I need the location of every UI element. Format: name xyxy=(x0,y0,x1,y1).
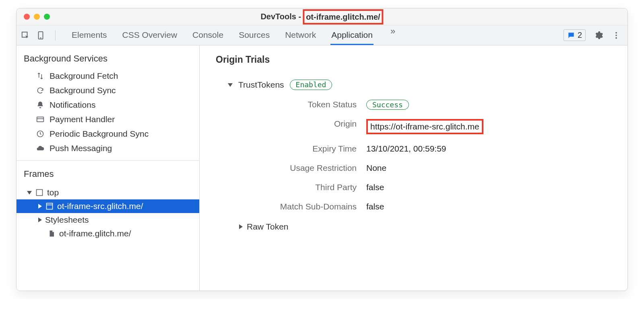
label-origin: Origin xyxy=(228,119,357,134)
sidebar-item-label: Background Fetch xyxy=(50,71,118,81)
value-third-party: false xyxy=(366,183,615,192)
value-origin: https://ot-iframe-src.glitch.me xyxy=(366,119,615,134)
svg-rect-9 xyxy=(37,190,43,196)
stylesheet-item-label: ot-iframe.glitch.me/ xyxy=(59,229,131,238)
raw-token-toggle[interactable]: Raw Token xyxy=(239,222,615,232)
sidebar-section-frames: Frames xyxy=(17,166,199,184)
toolbar: Elements CSS Overview Console Sources Ne… xyxy=(17,25,627,45)
tab-sources[interactable]: Sources xyxy=(238,26,270,44)
cloud-icon xyxy=(36,144,45,152)
sidebar-item-background-fetch[interactable]: Background Fetch xyxy=(17,69,199,83)
kebab-menu-icon[interactable] xyxy=(611,31,621,40)
svg-point-4 xyxy=(615,35,617,36)
sidebar-item-push-messaging[interactable]: Push Messaging xyxy=(17,141,199,156)
close-window-icon[interactable] xyxy=(24,14,30,20)
tab-application[interactable]: Application xyxy=(330,26,374,45)
value-expiry: 13/10/2021, 00:59:59 xyxy=(366,144,615,154)
sidebar-item-label: Payment Handler xyxy=(50,115,115,124)
status-badge: Enabled xyxy=(290,80,332,90)
label-match-sub: Match Sub-Domains xyxy=(228,202,357,211)
maximize-window-icon[interactable] xyxy=(44,14,50,20)
frame-child-selected[interactable]: ot-iframe-src.glitch.me/ xyxy=(17,199,199,213)
titlebar: DevTools - ot-iframe.glitch.me/ xyxy=(17,8,627,25)
frame-label: ot-iframe-src.glitch.me/ xyxy=(57,201,143,211)
sidebar-item-label: Periodic Background Sync xyxy=(50,129,149,139)
inspect-icon[interactable] xyxy=(21,31,30,40)
sidebar-bg-services-list: Background Fetch Background Sync Notific… xyxy=(17,69,199,158)
sidebar-item-payment-handler[interactable]: Payment Handler xyxy=(17,112,199,127)
frames-tree: top ot-iframe-src.glitch.me/ Stylesheets… xyxy=(17,184,199,244)
frames-stylesheets-label: Stylesheets xyxy=(45,215,89,225)
tab-elements[interactable]: Elements xyxy=(71,26,108,44)
trial-header[interactable]: TrustTokens Enabled xyxy=(228,80,615,90)
issues-badge[interactable]: 2 xyxy=(564,29,586,41)
issues-icon xyxy=(567,31,575,39)
chevron-right-icon xyxy=(38,204,42,209)
issues-count: 2 xyxy=(578,31,582,40)
file-icon xyxy=(47,230,56,238)
sidebar-item-periodic-sync[interactable]: Periodic Background Sync xyxy=(17,127,199,141)
sidebar-item-background-sync[interactable]: Background Sync xyxy=(17,83,199,98)
trial-name: TrustTokens xyxy=(238,80,284,90)
sync-icon xyxy=(36,86,45,94)
tab-network[interactable]: Network xyxy=(284,26,317,44)
frame-icon xyxy=(45,202,54,210)
sidebar-item-label: Push Messaging xyxy=(50,144,112,153)
gear-icon[interactable] xyxy=(594,31,603,40)
frame-icon xyxy=(35,189,44,197)
main-panel: Origin Trials TrustTokens Enabled Token … xyxy=(200,45,627,291)
svg-rect-10 xyxy=(47,203,53,209)
label-token-status: Token Status xyxy=(228,100,357,109)
content-area: Background Services Background Fetch Bac… xyxy=(17,45,627,291)
window-title: DevTools - ot-iframe.glitch.me/ xyxy=(260,9,383,25)
svg-point-5 xyxy=(615,37,617,39)
window-title-url: ot-iframe.glitch.me/ xyxy=(303,9,383,25)
chevron-down-icon xyxy=(228,83,233,87)
raw-token-label: Raw Token xyxy=(247,222,289,232)
tab-console[interactable]: Console xyxy=(192,26,224,44)
sidebar-section-bg-services: Background Services xyxy=(17,45,199,69)
label-third-party: Third Party xyxy=(228,183,357,192)
sidebar-item-label: Notifications xyxy=(50,100,95,110)
sidebar: Background Services Background Fetch Bac… xyxy=(17,45,200,291)
card-icon xyxy=(36,115,45,123)
traffic-lights xyxy=(17,14,50,20)
svg-point-3 xyxy=(615,32,617,33)
sidebar-item-label: Background Sync xyxy=(50,86,116,95)
origin-value-highlight: https://ot-iframe-src.glitch.me xyxy=(366,119,483,134)
chevron-down-icon xyxy=(27,191,32,195)
minimize-window-icon[interactable] xyxy=(34,14,40,20)
trial-details: Token Status Success Origin https://ot-i… xyxy=(228,100,615,211)
frame-label: top xyxy=(47,188,59,197)
bell-icon xyxy=(36,101,45,109)
more-tabs-icon[interactable]: » xyxy=(387,26,398,44)
chevron-right-icon xyxy=(38,217,42,222)
frame-top[interactable]: top xyxy=(17,186,199,199)
updown-icon xyxy=(36,72,45,80)
token-status-badge: Success xyxy=(366,100,409,110)
window-title-prefix: DevTools - xyxy=(260,12,303,21)
tab-css-overview[interactable]: CSS Overview xyxy=(122,26,178,44)
frames-stylesheets[interactable]: Stylesheets xyxy=(17,213,199,227)
devtools-window: DevTools - ot-iframe.glitch.me/ Elements… xyxy=(16,8,628,291)
toolbar-separator xyxy=(55,30,56,41)
value-match-sub: false xyxy=(366,202,615,211)
value-usage: None xyxy=(366,163,615,173)
page-title: Origin Trials xyxy=(216,54,615,65)
clock-icon xyxy=(36,130,45,138)
device-toggle-icon[interactable] xyxy=(36,31,45,40)
label-expiry: Expiry Time xyxy=(228,144,357,154)
chevron-right-icon xyxy=(239,224,243,229)
sidebar-item-notifications[interactable]: Notifications xyxy=(17,98,199,112)
svg-rect-6 xyxy=(37,117,44,122)
value-token-status: Success xyxy=(366,100,615,109)
tab-strip: Elements CSS Overview Console Sources Ne… xyxy=(71,26,564,44)
label-usage: Usage Restriction xyxy=(228,163,357,173)
frames-stylesheet-item[interactable]: ot-iframe.glitch.me/ xyxy=(17,227,199,240)
